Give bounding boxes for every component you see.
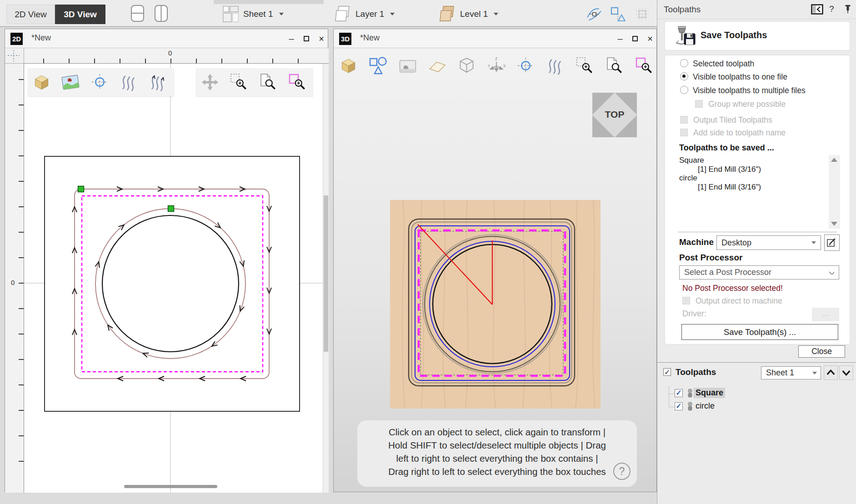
panel-help-button[interactable]: ?	[829, 4, 834, 14]
chevron-up-icon	[824, 366, 837, 379]
zoom-box-button[interactable]	[229, 72, 249, 93]
toggle-material-button[interactable]	[31, 72, 52, 93]
saved-list-scrollbar[interactable]	[829, 155, 840, 229]
close-button[interactable]: Close	[798, 345, 845, 358]
save-toolpaths-title: Save Toolpaths	[701, 30, 767, 40]
toggle-drawing-button[interactable]	[90, 72, 110, 93]
start-point-marker[interactable]	[78, 186, 84, 192]
toggle-vectors-button[interactable]	[368, 56, 388, 76]
pan-button[interactable]	[200, 72, 220, 93]
toggle-toolpath-direction-button[interactable]	[148, 72, 168, 93]
zoom-extents-button[interactable]	[258, 72, 278, 93]
toolpath-checkbox[interactable]: ✓	[675, 389, 683, 397]
tree-guide	[669, 407, 675, 407]
layer-selector[interactable]: Layer 1	[334, 5, 395, 24]
checkbox-group-where-possible-label: Group where possible	[708, 100, 786, 109]
save-toolpaths-button[interactable]: Save Toolpath(s) ...	[681, 324, 838, 340]
toolpaths-panel-header: Toolpaths ?	[657, 0, 856, 19]
split-horizontal-button[interactable]	[129, 3, 146, 24]
2d-minimize-button[interactable]: –	[286, 33, 297, 44]
2d-maximize-button[interactable]	[301, 33, 312, 44]
tab-2d-view[interactable]: 2D View	[6, 5, 55, 24]
radio-visible-multiple-files[interactable]	[680, 86, 688, 94]
level-selector[interactable]: Level 1	[438, 5, 498, 24]
help-button[interactable]: ?	[613, 463, 631, 480]
2d-canvas-drawing[interactable]	[24, 64, 323, 493]
snap-grid-icon	[634, 4, 651, 25]
toggle-axes-button[interactable]	[486, 56, 506, 76]
toggle-material-button[interactable]	[338, 56, 359, 76]
post-processor-dropdown[interactable]: Select a Post Processor	[679, 265, 839, 279]
collapse-panel-button[interactable]	[811, 4, 823, 16]
toggle-material-box-button[interactable]	[456, 56, 477, 76]
zoom-selection-icon	[287, 72, 307, 92]
saved-toolpaths-list[interactable]: Square [1] End Mill (3/16") circle [1] E…	[679, 156, 825, 191]
view-orientation-indicator[interactable]: TOP	[592, 93, 637, 137]
orientation-label: TOP	[592, 109, 637, 120]
toolpath-item-label[interactable]: circle	[694, 401, 716, 411]
split-vertical-button[interactable]	[153, 3, 170, 24]
toolpaths-list-title: Toolpaths	[676, 367, 716, 377]
3d-maximize-button[interactable]	[630, 33, 641, 44]
hint-tooltip: Click on an object to select, click agai…	[357, 420, 637, 487]
zoom-extents-button[interactable]	[604, 56, 625, 76]
pin-panel-button[interactable]	[843, 4, 853, 16]
edit-machine-button[interactable]	[824, 235, 840, 251]
toolpaths-visibility-checkbox[interactable]: ✓	[663, 368, 671, 376]
radio-selected-toolpath-label: Selected toolpath	[693, 59, 754, 69]
toggle-toolpaths-button[interactable]	[119, 72, 139, 93]
ruler-vertical[interactable]: 0	[5, 64, 24, 493]
toolpath-checkbox[interactable]: ✓	[675, 402, 683, 410]
2d-close-button[interactable]: ×	[316, 33, 327, 44]
start-point-marker[interactable]	[168, 206, 174, 212]
move-toolpath-down-button[interactable]	[839, 365, 853, 380]
checkbox-output-direct	[682, 297, 690, 304]
saved-toolpath-tool[interactable]: [1] End Mill (3/16")	[679, 183, 825, 192]
ruler-horizontal[interactable]: 0	[24, 48, 329, 64]
3d-model[interactable]	[390, 200, 601, 409]
sheet-filter-dropdown[interactable]: Sheet 1	[761, 366, 821, 379]
toggle-origin-button[interactable]	[516, 56, 536, 76]
radio-visible-one-file[interactable]	[680, 72, 688, 80]
saved-toolpath-name[interactable]: circle	[679, 174, 825, 183]
2d-zoom-toolbar	[196, 68, 313, 96]
zoom-selection-button[interactable]	[287, 72, 307, 93]
machine-dropdown[interactable]: Desktop	[716, 235, 821, 250]
snap-geometry-icon	[586, 4, 603, 25]
zoom-box-button[interactable]	[575, 56, 595, 76]
toggle-bitmap-button[interactable]	[397, 56, 418, 76]
toolpath-item-label[interactable]: Square	[694, 388, 725, 398]
2d-canvas[interactable]	[24, 64, 323, 493]
circle-crosshair-icon	[90, 73, 110, 92]
scroll-down-icon[interactable]	[831, 222, 837, 226]
toggle-model-plane-button[interactable]	[427, 56, 447, 76]
vertical-scrollbar[interactable]	[323, 64, 329, 493]
3d-close-button[interactable]: ×	[645, 33, 656, 44]
2d-window-titlebar[interactable]: 2D *New – ×	[5, 29, 328, 48]
zoom-selection-button[interactable]	[634, 56, 654, 76]
toolpaths-to-be-saved-header: Toolpaths to be saved ...	[679, 143, 774, 153]
sheet-selector-label: Sheet 1	[243, 9, 273, 19]
snap-smart-button[interactable]	[609, 4, 626, 24]
3d-window-titlebar[interactable]: 3D *New – ×	[334, 29, 656, 48]
move-toolpath-up-button[interactable]	[824, 365, 838, 380]
horizontal-scrollbar[interactable]	[124, 485, 217, 488]
saved-toolpath-tool[interactable]: [1] End Mill (3/16")	[679, 165, 825, 174]
scroll-up-icon[interactable]	[831, 158, 837, 162]
radio-selected-toolpath[interactable]	[680, 59, 688, 67]
tab-3d-view[interactable]: 3D View	[55, 5, 105, 24]
toggle-toolpaths-button[interactable]	[545, 56, 566, 76]
vertical-scrollbar-thumb[interactable]	[324, 195, 328, 352]
snap-grid-button[interactable]	[634, 4, 651, 24]
pan-icon	[200, 73, 220, 92]
snap-geometry-button[interactable]	[586, 4, 603, 24]
checkbox-add-side	[680, 129, 688, 136]
3d-minimize-button[interactable]: –	[615, 33, 626, 44]
tab-3d-view-label: 3D View	[64, 10, 97, 20]
3d-viewport[interactable]: TOP	[334, 48, 656, 492]
saved-toolpath-name[interactable]: Square	[679, 156, 825, 165]
toggle-bitmap-button[interactable]	[60, 72, 81, 93]
maximize-icon	[632, 36, 638, 41]
sheet-selector[interactable]: Sheet 1	[221, 5, 284, 24]
wireframe-cube-icon	[456, 55, 477, 76]
